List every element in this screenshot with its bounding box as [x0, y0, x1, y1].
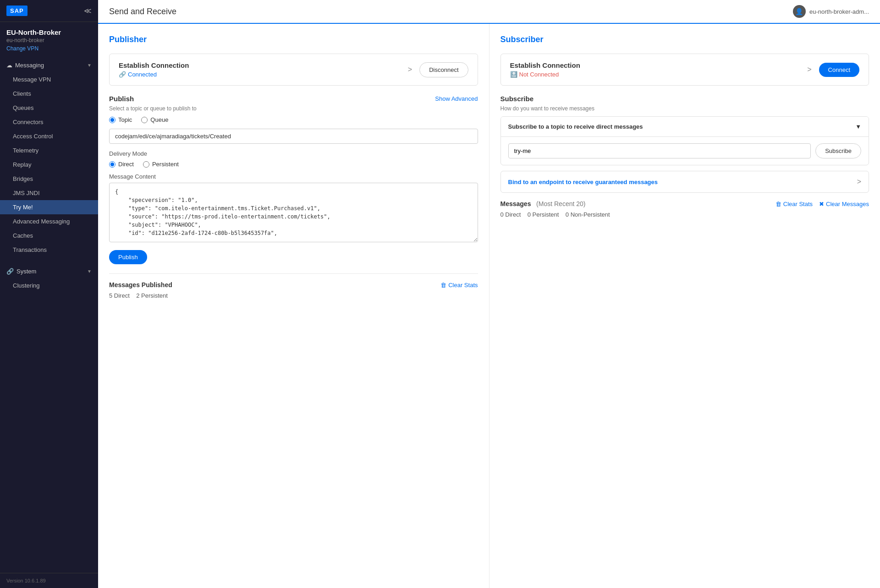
publisher-panel: Publisher Establish Connection 🔗 Connect… [98, 24, 490, 588]
messaging-chevron: ▼ [87, 63, 92, 68]
publisher-messages-header: Messages Published 🗑 Clear Stats [109, 281, 478, 289]
subscriber-title: Subscriber [500, 35, 869, 44]
nav-item-advanced-messaging[interactable]: Advanced Messaging [0, 214, 98, 229]
publish-subtitle: Select a topic or queue to publish to [109, 105, 478, 112]
clear-messages-text: Clear Messages [826, 201, 869, 207]
subscriber-connection-section[interactable]: Establish Connection 🔝 Not Connected > C… [500, 54, 869, 86]
broker-id: eu-north-broker [6, 37, 92, 44]
nav-item-try-me[interactable]: Try Me! [0, 200, 98, 214]
message-content-label: Message Content [109, 173, 478, 180]
direct-radio-item[interactable]: Direct [109, 161, 134, 168]
nav-item-transactions[interactable]: Transactions [0, 243, 98, 257]
subscribe-accordion: Subscribe to a topic to receive direct m… [500, 116, 869, 165]
publish-button[interactable]: Publish [109, 250, 147, 264]
trash-icon-sub: 🗑 [776, 201, 781, 207]
persistent-radio-item[interactable]: Persistent [143, 161, 179, 168]
sub-messages-header: Messages (Most Recent 20) 🗑 Clear Stats … [500, 200, 869, 207]
nav-item-jms-jndi[interactable]: JMS JNDI [0, 186, 98, 200]
content-area: Publisher Establish Connection 🔗 Connect… [98, 24, 880, 588]
main-content: Send and Receive 👤 eu-north-broker-adm..… [98, 0, 880, 588]
publish-section-header: Publish Show Advanced [109, 95, 478, 103]
connect-button[interactable]: Connect [819, 63, 859, 77]
delivery-mode-section: Delivery Mode Direct Persistent [109, 150, 478, 168]
publish-title: Publish [109, 95, 134, 103]
messaging-section-header[interactable]: ☁ Messaging ▼ [0, 58, 98, 72]
publisher-connection-section[interactable]: Establish Connection 🔗 Connected > Disco… [109, 54, 478, 86]
publisher-clear-stats-text: Clear Stats [448, 282, 478, 289]
sub-messages-title: Messages (Most Recent 20) [500, 200, 586, 207]
subscribe-topic-input[interactable] [508, 143, 811, 158]
bind-endpoint-arrow: > [857, 178, 861, 186]
bind-endpoint-section[interactable]: Bind to an endpoint to receive guarantee… [500, 171, 869, 193]
broker-name: EU-North-Broker [6, 28, 92, 36]
nav-item-clients[interactable]: Clients [0, 87, 98, 101]
publisher-title: Publisher [109, 35, 478, 44]
nav-item-message-vpn[interactable]: Message VPN [0, 72, 98, 87]
disconnect-button[interactable]: Disconnect [419, 62, 468, 77]
publisher-messages-counts: 5 Direct 2 Persistent [109, 292, 478, 299]
topic-label: Topic [118, 116, 132, 123]
publisher-status-text: Connected [128, 71, 157, 78]
messaging-label: Messaging [15, 62, 87, 69]
nav-item-clustering[interactable]: Clustering [0, 278, 98, 293]
subscriber-connection-title: Establish Connection [510, 61, 808, 69]
subscribe-button[interactable]: Subscribe [815, 143, 861, 158]
nav-item-access-control[interactable]: Access Control [0, 129, 98, 143]
publisher-clear-stats-link[interactable]: 🗑 Clear Stats [440, 282, 478, 289]
persistent-radio[interactable] [143, 161, 149, 168]
sub-messages-counts: 0 Direct 0 Persistent 0 Non-Persistent [500, 211, 869, 218]
nav-item-connectors[interactable]: Connectors [0, 115, 98, 129]
delivery-mode-label: Delivery Mode [109, 150, 478, 157]
publisher-persistent-count: 2 Persistent [136, 292, 168, 299]
direct-radio[interactable] [109, 161, 116, 168]
username-label: eu-north-broker-adm... [809, 8, 869, 15]
queue-radio-item[interactable]: Queue [141, 116, 168, 123]
accordion-body: Subscribe [501, 137, 869, 165]
subscriber-clear-stats-link[interactable]: 🗑 Clear Stats [776, 201, 813, 207]
accordion-title: Subscribe to a topic to receive direct m… [508, 123, 643, 130]
system-section-header[interactable]: 🔗 System ▼ [0, 264, 98, 278]
trash-icon: 🗑 [440, 282, 446, 289]
system-icon: 🔗 [6, 268, 14, 275]
system-section: 🔗 System ▼ Clustering [0, 261, 98, 296]
messages-title-text: Messages [500, 200, 531, 207]
sub-persistent-count: 0 Persistent [528, 211, 559, 218]
user-avatar: 👤 [793, 5, 806, 18]
subscriber-status-text: Not Connected [519, 71, 559, 78]
queue-radio[interactable] [141, 117, 148, 123]
messaging-section: ☁ Messaging ▼ Message VPN Clients Queues… [0, 54, 98, 261]
accordion-header[interactable]: Subscribe to a topic to receive direct m… [501, 117, 869, 137]
publisher-connection-status: 🔗 Connected [119, 71, 408, 78]
publisher-messages-section: Messages Published 🗑 Clear Stats 5 Direc… [109, 273, 478, 299]
topic-radio-item[interactable]: Topic [109, 116, 132, 123]
show-advanced-link[interactable]: Show Advanced [435, 95, 478, 102]
hamburger-icon[interactable]: ≪ [84, 6, 92, 15]
nav-item-telemetry[interactable]: Telemetry [0, 143, 98, 158]
sub-messages-actions: 🗑 Clear Stats ✖ Clear Messages [776, 201, 869, 207]
publisher-direct-count: 5 Direct [109, 292, 130, 299]
nav-item-caches[interactable]: Caches [0, 229, 98, 243]
nav-item-replay[interactable]: Replay [0, 158, 98, 172]
x-circle-icon: ✖ [819, 201, 824, 207]
subscribe-input-row: Subscribe [508, 143, 862, 158]
publisher-connection-arrow: > [408, 65, 412, 74]
topic-input[interactable] [109, 129, 478, 144]
subscriber-messages-section: Messages (Most Recent 20) 🗑 Clear Stats … [500, 200, 869, 218]
nav-item-bridges[interactable]: Bridges [0, 172, 98, 186]
subscribe-section: Subscribe How do you want to receive mes… [500, 95, 869, 112]
message-content-textarea[interactable]: { "specversion": "1.0", "type": "com.ite… [109, 183, 478, 242]
sub-direct-count: 0 Direct [500, 211, 521, 218]
broker-info: EU-North-Broker eu-north-broker Change V… [0, 22, 98, 54]
clear-messages-link[interactable]: ✖ Clear Messages [819, 201, 869, 207]
connection-left: Establish Connection 🔗 Connected [119, 61, 408, 78]
top-bar: Send and Receive 👤 eu-north-broker-adm..… [98, 0, 880, 24]
version-label: Version 10.6.1.89 [6, 578, 46, 583]
change-vpn-link[interactable]: Change VPN [6, 45, 38, 52]
sidebar-header: SAP ≪ [0, 0, 98, 22]
delivery-radio-group: Direct Persistent [109, 161, 478, 168]
link-icon: 🔗 [119, 71, 126, 78]
subscriber-connection-arrow: > [807, 65, 811, 74]
cloud-icon: ☁ [6, 62, 12, 69]
topic-radio[interactable] [109, 117, 116, 123]
nav-item-queues[interactable]: Queues [0, 101, 98, 115]
